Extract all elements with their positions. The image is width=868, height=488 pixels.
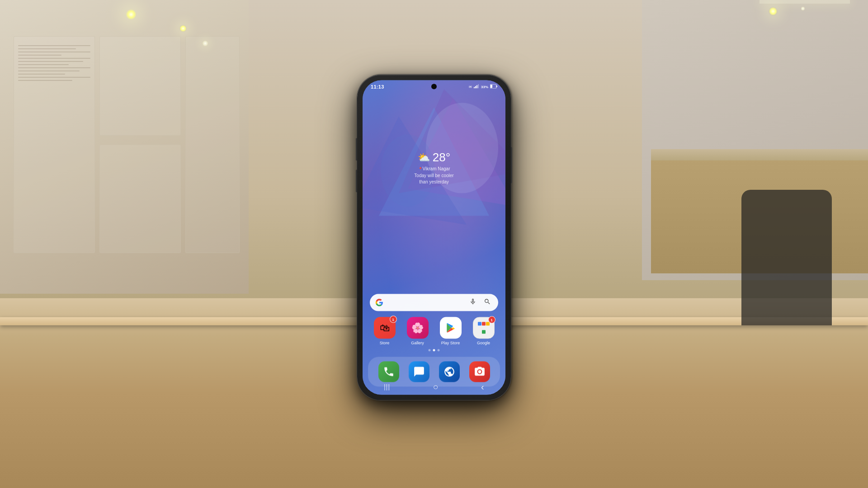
dock-internet[interactable] bbox=[439, 361, 460, 382]
paper-lines bbox=[18, 45, 90, 83]
page-dots bbox=[429, 349, 440, 352]
chair-right bbox=[741, 190, 832, 325]
dock-phone[interactable] bbox=[378, 361, 399, 382]
google-logo bbox=[375, 299, 383, 307]
store-icon[interactable]: 🛍 1 bbox=[374, 317, 396, 339]
ceiling-light-5 bbox=[801, 7, 805, 10]
gallery-icon[interactable]: 🌸 bbox=[407, 317, 429, 339]
navigation-bar: ||| ○ ‹ bbox=[363, 380, 505, 395]
internet-dock-icon[interactable] bbox=[439, 361, 460, 382]
app-playstore[interactable]: Play Store bbox=[436, 317, 465, 345]
page-dot-2 bbox=[433, 349, 435, 352]
google-label: Google bbox=[477, 341, 490, 345]
svg-rect-12 bbox=[491, 84, 492, 88]
ceiling-light-1 bbox=[126, 9, 137, 20]
app-store[interactable]: 🛍 1 Store bbox=[370, 317, 399, 345]
messages-dock-icon[interactable] bbox=[409, 361, 429, 382]
battery-icon bbox=[490, 84, 497, 89]
store-label: Store bbox=[380, 341, 390, 345]
wallpaper bbox=[363, 80, 505, 395]
battery-text: 33% bbox=[481, 84, 488, 89]
camera-punch-hole bbox=[431, 84, 437, 89]
svg-rect-8 bbox=[476, 85, 477, 89]
ceiling-light-3 bbox=[203, 41, 208, 46]
phone: 11:13 ✉ 33% ⛅ 28° bbox=[357, 75, 511, 400]
recent-apps-button[interactable]: ||| bbox=[384, 383, 390, 390]
svg-rect-6 bbox=[474, 87, 475, 89]
glass-panel-4 bbox=[185, 36, 240, 253]
gallery-label: Gallery bbox=[411, 341, 424, 345]
app-google[interactable]: 1 Google bbox=[469, 317, 498, 345]
phone-body: 11:13 ✉ 33% ⛅ 28° bbox=[357, 75, 511, 400]
ceiling-strip-1 bbox=[760, 0, 850, 4]
svg-rect-9 bbox=[478, 84, 479, 89]
search-lens-icon[interactable] bbox=[482, 296, 493, 309]
page-dot-1 bbox=[429, 349, 431, 352]
status-icons: ✉ 33% bbox=[469, 84, 497, 89]
app-grid: 🛍 1 Store 🌸 Gallery bbox=[370, 317, 498, 345]
playstore-icon[interactable] bbox=[440, 317, 462, 339]
store-badge: 1 bbox=[390, 316, 397, 323]
notification-icon: ✉ bbox=[469, 84, 472, 89]
svg-rect-11 bbox=[496, 85, 497, 87]
google-icon[interactable]: 1 bbox=[473, 317, 495, 339]
ceiling-light-4 bbox=[769, 7, 778, 16]
svg-point-13 bbox=[478, 370, 481, 373]
glass-panel-2 bbox=[99, 36, 181, 136]
svg-rect-7 bbox=[475, 86, 476, 89]
weather-icon-temp: ⛅ 28° bbox=[414, 150, 453, 164]
glass-panel-3 bbox=[99, 145, 181, 253]
page-dot-3 bbox=[438, 349, 440, 352]
weather-widget[interactable]: ⛅ 28° Vikram Nagar Today will be cooler … bbox=[414, 150, 453, 185]
wallpaper-svg bbox=[363, 80, 505, 395]
phone-dock-icon[interactable] bbox=[378, 361, 399, 382]
weather-location: Vikram Nagar bbox=[414, 166, 453, 171]
home-button[interactable]: ○ bbox=[433, 381, 439, 392]
status-time: 11:13 bbox=[371, 84, 384, 89]
search-bar[interactable] bbox=[370, 294, 498, 311]
app-gallery[interactable]: 🌸 Gallery bbox=[403, 317, 432, 345]
weather-cloud-icon: ⛅ bbox=[418, 151, 430, 163]
weather-description-2: than yesterday bbox=[414, 179, 453, 185]
weather-description-1: Today will be cooler bbox=[414, 173, 453, 179]
dock-camera[interactable] bbox=[469, 361, 490, 382]
search-mic-icon[interactable] bbox=[467, 296, 478, 309]
phone-screen[interactable]: 11:13 ✉ 33% ⛅ 28° bbox=[363, 80, 505, 395]
weather-temperature: 28° bbox=[433, 150, 450, 164]
dock-messages[interactable] bbox=[409, 361, 429, 382]
back-button[interactable]: ‹ bbox=[481, 381, 484, 392]
google-badge: 1 bbox=[488, 316, 495, 324]
signal-bars bbox=[474, 84, 479, 89]
right-counter bbox=[651, 149, 868, 160]
ceiling-light-2 bbox=[179, 25, 187, 32]
camera-dock-icon[interactable] bbox=[469, 361, 490, 382]
playstore-label: Play Store bbox=[441, 341, 460, 345]
